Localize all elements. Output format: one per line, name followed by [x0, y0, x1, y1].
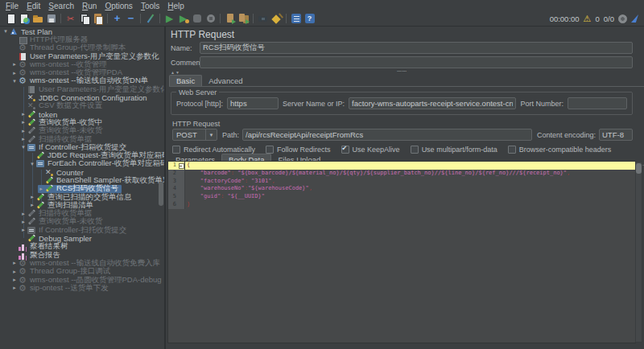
expand-arrow-icon[interactable]: ▸ [20, 136, 27, 142]
editor-line-text: "warehouseNo":"${warehouseCode}", [185, 185, 312, 193]
collapse-arrow-icon[interactable]: ▾ [2, 28, 9, 35]
editor-scrollbar[interactable] [635, 162, 642, 343]
paste-button[interactable] [91, 12, 105, 25]
request-options: Redirect AutomaticallyFollow RedirectsUs… [172, 146, 633, 154]
follow-redirects-checkbox-box[interactable] [266, 146, 274, 154]
browser-compatible-headers-checkbox-box[interactable] [508, 146, 516, 154]
tree-node-31[interactable]: ▸sip-ontest --送货单下发 [0, 284, 164, 292]
warning-icon[interactable]: ⚠ [584, 14, 592, 23]
checkbox-use-keepalive[interactable]: Use KeepAlive [341, 146, 400, 154]
browser-compatible-headers-label: Browser-compatible headers [519, 146, 612, 154]
subtract-button[interactable]: − [124, 12, 138, 25]
start-button[interactable]: ▶ [163, 12, 176, 25]
encoding-input[interactable] [599, 129, 633, 141]
function-helper-button[interactable] [289, 12, 303, 25]
templates-button[interactable] [17, 12, 31, 25]
tree-node-24[interactable]: ▸If Controller-扫托收货提交 [0, 226, 164, 234]
tree-node-16[interactable]: ▾ForEach Controller-收货单对应箱码获取扫描 [0, 160, 164, 168]
tree-node-9[interactable]: CSV 数据文件设置 [0, 102, 164, 110]
expand-arrow-icon[interactable]: ▸ [20, 119, 27, 125]
save-button[interactable] [44, 12, 58, 25]
toolbar-separator [60, 14, 61, 23]
tree-node-7[interactable]: User Parameters-用户变量定义参数化 [0, 85, 164, 93]
menu-run[interactable]: Run [78, 2, 101, 10]
editor-line-1[interactable]: 1{ [168, 162, 635, 170]
open-button[interactable] [31, 12, 44, 25]
method-select[interactable]: POST ▼ [172, 129, 217, 141]
name-input[interactable] [200, 42, 633, 54]
editor-line-4[interactable]: 4 "warehouseNo":"${warehouseCode}", [168, 185, 635, 193]
toolbar-separator [159, 14, 160, 23]
add-button[interactable]: + [110, 12, 124, 25]
menu-help[interactable]: Help [163, 2, 188, 10]
expand-arrow-icon[interactable]: ▸ [11, 70, 18, 76]
use-keepalive-label: Use KeepAlive [353, 146, 400, 154]
editor-line-5[interactable]: 5 "guid": "${__UUID}" [168, 193, 635, 201]
expand-arrow-icon[interactable]: ▸ [11, 269, 18, 275]
menu-file[interactable]: File [2, 2, 23, 10]
comments-input[interactable] [200, 56, 633, 68]
collapse-arrow-icon[interactable]: ▾ [29, 161, 35, 167]
clear-all-button[interactable] [237, 12, 250, 25]
expand-arrow-icon[interactable]: ▸ [29, 194, 35, 200]
menu-tools[interactable]: Tools [137, 2, 163, 10]
expand-arrow-icon[interactable]: ▸ [38, 186, 44, 192]
expand-arrow-icon[interactable]: ▸ [20, 111, 27, 117]
new-button[interactable] [3, 12, 17, 25]
port-input[interactable] [568, 97, 627, 109]
tree-scrollbar[interactable] [159, 26, 163, 349]
port-label: Port Number: [520, 100, 564, 108]
protocol-input[interactable] [227, 97, 279, 109]
cut-button[interactable]: ✂ [64, 12, 77, 25]
expand-arrow-icon[interactable]: ▸ [20, 128, 27, 134]
editor-line-3[interactable]: 3 "factoryCode": "3101", [168, 178, 635, 186]
expand-arrow-icon[interactable]: ▸ [20, 227, 27, 233]
copy-button[interactable] [77, 12, 91, 25]
splitter-collapse-icons[interactable]: ▲▼ [171, 70, 180, 75]
menu-search[interactable]: Search [44, 2, 78, 10]
tree-node-26[interactable]: 察看结果树 [0, 243, 164, 251]
tab-basic[interactable]: Basic [169, 75, 202, 86]
help-icon [304, 13, 316, 24]
editor-line-6[interactable]: 6} [168, 201, 635, 209]
checkbox-redirect-automatically[interactable]: Redirect Automatically [172, 146, 255, 154]
collapse-arrow-icon[interactable]: ▾ [20, 144, 27, 150]
expand-arrow-icon[interactable]: ▸ [20, 219, 27, 225]
fold-marker-icon[interactable] [178, 162, 184, 170]
collapse-arrow-icon[interactable]: ▾ [11, 78, 18, 84]
header-splitter[interactable]: ▲▼ ┄┄ [169, 70, 644, 75]
expand-arrow-icon[interactable]: ▸ [11, 61, 18, 68]
expand-arrow-icon[interactable]: ▸ [11, 277, 18, 283]
search-reset-button[interactable] [270, 12, 283, 25]
expand-arrow-icon[interactable]: ▸ [29, 202, 35, 208]
tree-scrollbar-thumb[interactable] [159, 182, 163, 206]
use-keepalive-checkbox-box[interactable] [341, 146, 349, 154]
main-split: ▾Test PlanHTTP代理服务器Thread Group-代理录制脚本Us… [0, 26, 644, 349]
menu-edit[interactable]: Edit [23, 2, 44, 10]
help-button[interactable] [303, 12, 316, 25]
editor-scrollbar-thumb[interactable] [636, 163, 642, 174]
server-input[interactable] [349, 97, 516, 109]
use-multipart-form-data-checkbox-box[interactable] [411, 146, 419, 154]
redirect-automatically-checkbox-box[interactable] [172, 146, 180, 154]
editor-line-2[interactable]: 2 "barcode": "${box_barcode}/${material_… [168, 170, 635, 178]
stop-button[interactable] [190, 12, 204, 25]
clear-button[interactable] [223, 12, 237, 25]
checkbox-follow-redirects[interactable]: Follow Redirects [266, 146, 331, 154]
start-no-pauses-button[interactable]: ▶ [176, 12, 190, 25]
toggle-button[interactable] [143, 12, 157, 25]
expand-arrow-icon[interactable]: ▸ [20, 211, 27, 217]
shutdown-button[interactable] [204, 12, 217, 25]
checkbox-use-multipart-form-data[interactable]: Use multipart/form-data [411, 146, 497, 154]
checkbox-browser-compatible-headers[interactable]: Browser-compatible headers [508, 146, 612, 154]
tab-advanced[interactable]: Advanced [202, 76, 249, 86]
path-input[interactable] [242, 129, 532, 141]
search-button[interactable] [256, 12, 270, 25]
toolbar-separator [253, 14, 254, 23]
clear-icon [225, 13, 236, 24]
tree-node-25[interactable]: Debug Sampler [0, 234, 164, 242]
menu-options[interactable]: Options [101, 2, 136, 10]
expand-arrow-icon[interactable]: ▸ [11, 285, 18, 291]
body-data-editor[interactable]: 1{2 "barcode": "${box_barcode}/${materia… [167, 161, 636, 343]
expand-arrow-icon[interactable]: ▸ [11, 260, 18, 266]
